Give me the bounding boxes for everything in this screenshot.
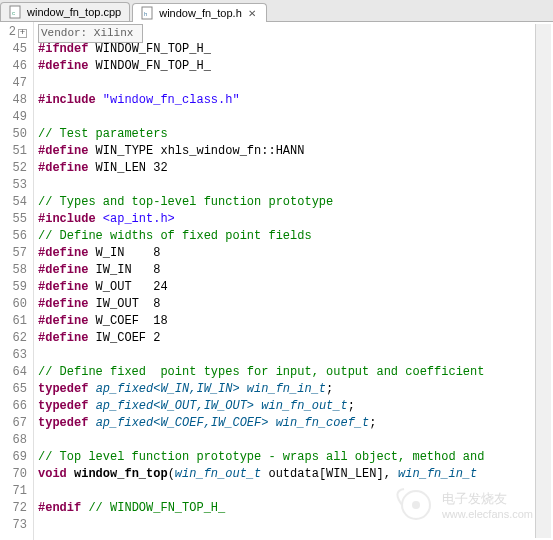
line-number: 2+ xyxy=(0,24,27,41)
code-token: <ap_int.h> xyxy=(103,212,175,226)
code-line[interactable] xyxy=(38,517,549,534)
code-line[interactable]: typedef ap_fixed<W_COEF,IW_COEF> win_fn_… xyxy=(38,415,549,432)
code-token: ; xyxy=(369,416,376,430)
code-line[interactable]: #define WINDOW_FN_TOP_H_ xyxy=(38,58,549,75)
overview-ruler[interactable] xyxy=(535,24,551,538)
code-token: outdata[WIN_LEN], xyxy=(261,467,398,481)
code-line[interactable]: #include "window_fn_class.h" xyxy=(38,92,549,109)
line-number: 54 xyxy=(0,194,27,211)
code-editor[interactable]: 2+45464748495051525354555657585960616263… xyxy=(0,22,553,540)
code-line[interactable]: Vendor: Xilinx xyxy=(38,24,549,41)
tab-label: window_fn_top.cpp xyxy=(27,6,121,18)
line-number: 57 xyxy=(0,245,27,262)
code-line[interactable] xyxy=(38,109,549,126)
line-number: 68 xyxy=(0,432,27,449)
code-token: IW_COEF 2 xyxy=(88,331,160,345)
code-token: win_fn_coef_t xyxy=(276,416,370,430)
svg-text:c: c xyxy=(12,10,15,16)
code-token: ; xyxy=(348,399,355,413)
code-line[interactable]: #define WIN_LEN 32 xyxy=(38,160,549,177)
line-number: 58 xyxy=(0,262,27,279)
code-token: typedef xyxy=(38,382,88,396)
code-token: W_IN 8 xyxy=(88,246,160,260)
code-token: ; xyxy=(326,382,333,396)
code-line[interactable]: #define IW_IN 8 xyxy=(38,262,549,279)
code-token: ap_fixed<W_IN,IW_IN> xyxy=(96,382,240,396)
code-token: ( xyxy=(168,467,175,481)
code-token: #endif xyxy=(38,501,81,515)
fold-expand-icon[interactable]: + xyxy=(18,29,27,38)
code-token: "window_fn_class.h" xyxy=(103,93,240,107)
code-line[interactable]: void window_fn_top(win_fn_out_t outdata[… xyxy=(38,466,549,483)
code-token: win_fn_in_t xyxy=(247,382,326,396)
close-icon[interactable]: ✕ xyxy=(246,7,258,19)
code-token xyxy=(67,467,74,481)
code-line[interactable]: // Types and top-level function prototyp… xyxy=(38,194,549,211)
code-token xyxy=(88,399,95,413)
line-number: 63 xyxy=(0,347,27,364)
code-token: WINDOW_FN_TOP_H_ xyxy=(88,59,210,73)
code-line[interactable] xyxy=(38,432,549,449)
code-line[interactable]: #define IW_COEF 2 xyxy=(38,330,549,347)
code-token: typedef xyxy=(38,416,88,430)
code-line[interactable]: #define WIN_TYPE xhls_window_fn::HANN xyxy=(38,143,549,160)
line-number: 47 xyxy=(0,75,27,92)
line-number: 71 xyxy=(0,483,27,500)
code-token: #define xyxy=(38,161,88,175)
line-number: 50 xyxy=(0,126,27,143)
code-token: #define xyxy=(38,297,88,311)
code-line[interactable] xyxy=(38,347,549,364)
line-number: 69 xyxy=(0,449,27,466)
code-area[interactable]: Vendor: Xilinx #ifndef WINDOW_FN_TOP_H_#… xyxy=(34,22,553,540)
code-token: void xyxy=(38,467,67,481)
code-line[interactable]: #ifndef WINDOW_FN_TOP_H_ xyxy=(38,41,549,58)
code-token: win_fn_in_t xyxy=(398,467,477,481)
cpp-file-icon: c xyxy=(9,5,23,19)
code-token: #define xyxy=(38,331,88,345)
code-token: win_fn_out_t xyxy=(261,399,347,413)
code-token: WIN_TYPE xhls_window_fn::HANN xyxy=(88,144,304,158)
code-token: W_OUT 24 xyxy=(88,280,167,294)
code-line[interactable]: #define W_OUT 24 xyxy=(38,279,549,296)
code-line[interactable]: typedef ap_fixed<W_IN,IW_IN> win_fn_in_t… xyxy=(38,381,549,398)
line-number: 45 xyxy=(0,41,27,58)
code-line[interactable]: #include <ap_int.h> xyxy=(38,211,549,228)
code-token: // WINDOW_FN_TOP_H_ xyxy=(88,501,225,515)
code-token: // Top level function prototype - wraps … xyxy=(38,450,492,464)
code-line[interactable]: // Top level function prototype - wraps … xyxy=(38,449,549,466)
code-line[interactable]: #define W_COEF 18 xyxy=(38,313,549,330)
code-line[interactable] xyxy=(38,75,549,92)
code-token: // Define fixed point types for input, o… xyxy=(38,365,484,379)
line-number: 64 xyxy=(0,364,27,381)
code-token: win_fn_out_t xyxy=(175,467,261,481)
code-token: #define xyxy=(38,280,88,294)
code-line[interactable] xyxy=(38,177,549,194)
code-token: #ifndef xyxy=(38,42,88,56)
line-number: 72 xyxy=(0,500,27,517)
code-token xyxy=(96,93,103,107)
code-token: #include xyxy=(38,93,96,107)
code-token: IW_OUT 8 xyxy=(88,297,160,311)
tab-header[interactable]: h window_fn_top.h ✕ xyxy=(132,3,267,22)
code-token: // Test parameters xyxy=(38,127,168,141)
code-token xyxy=(88,382,95,396)
line-number: 73 xyxy=(0,517,27,534)
code-token xyxy=(88,416,95,430)
code-line[interactable]: // Define fixed point types for input, o… xyxy=(38,364,549,381)
code-line[interactable]: #endif // WINDOW_FN_TOP_H_ xyxy=(38,500,549,517)
line-number: 62 xyxy=(0,330,27,347)
line-number-gutter: 2+45464748495051525354555657585960616263… xyxy=(0,22,34,540)
code-line[interactable]: // Define widths of fixed point fields xyxy=(38,228,549,245)
code-line[interactable]: #define W_IN 8 xyxy=(38,245,549,262)
tab-cpp[interactable]: c window_fn_top.cpp xyxy=(0,2,130,21)
code-line[interactable]: typedef ap_fixed<W_OUT,IW_OUT> win_fn_ou… xyxy=(38,398,549,415)
line-number: 49 xyxy=(0,109,27,126)
code-token: WIN_LEN 32 xyxy=(88,161,167,175)
code-line[interactable]: // Test parameters xyxy=(38,126,549,143)
line-number: 46 xyxy=(0,58,27,75)
code-token: IW_IN 8 xyxy=(88,263,160,277)
line-number: 67 xyxy=(0,415,27,432)
code-token: // Define widths of fixed point fields xyxy=(38,229,312,243)
code-line[interactable] xyxy=(38,483,549,500)
code-line[interactable]: #define IW_OUT 8 xyxy=(38,296,549,313)
